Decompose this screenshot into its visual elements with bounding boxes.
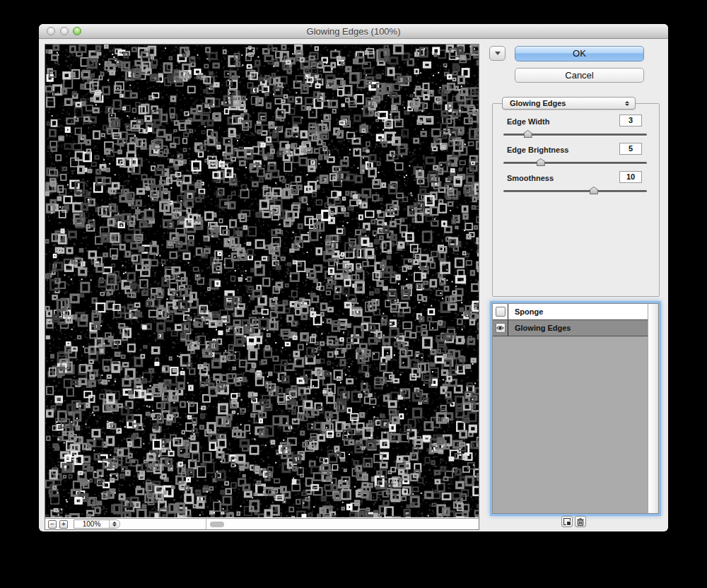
visibility-checkbox — [496, 323, 506, 333]
visibility-toggle[interactable] — [493, 320, 508, 336]
smoothness-label: Smoothness — [507, 174, 554, 182]
edge-width-label: Edge Width — [507, 117, 549, 126]
cancel-button[interactable]: Cancel — [515, 68, 644, 83]
layer-name: Sponge — [508, 304, 648, 319]
titlebar[interactable]: Glowing Edges (100%) — [39, 24, 668, 39]
edge-width-slider[interactable] — [503, 134, 647, 136]
stepper-down-icon — [625, 104, 629, 106]
chevron-down-icon — [495, 52, 501, 55]
stepper-down-icon — [112, 524, 117, 527]
filter-type-select[interactable]: Glowing Edges — [502, 97, 636, 110]
smoothness-slider-thumb[interactable] — [590, 187, 598, 194]
edge-brightness-slider-thumb[interactable] — [537, 158, 545, 166]
filter-gallery-dialog: Glowing Edges (100%) − + 100% OK Cancel … — [39, 24, 668, 531]
zoom-stepper-icon[interactable] — [109, 520, 119, 528]
filter-type-value: Glowing Edges — [503, 99, 622, 107]
smoothness-slider[interactable] — [503, 190, 647, 192]
zoom-in-button[interactable]: + — [59, 520, 68, 529]
vertical-scrollbar-track[interactable] — [648, 304, 658, 513]
smoothness-field[interactable]: 10 — [619, 171, 642, 183]
layer-name: Glowing Edges — [508, 320, 648, 336]
visibility-eye-icon — [496, 325, 504, 331]
edge-brightness-row: Edge Brightness 5 — [503, 143, 647, 170]
statusbar-divider — [206, 519, 206, 529]
stepper-up-icon — [625, 101, 629, 103]
zoom-level-select[interactable]: 100% — [74, 519, 120, 529]
smoothness-row: Smoothness 10 — [503, 171, 647, 198]
delete-effect-layer-button[interactable] — [575, 516, 586, 527]
filter-preview-image[interactable] — [45, 45, 479, 517]
zoom-level-value: 100% — [74, 520, 109, 528]
edge-width-row: Edge Width 3 — [503, 114, 647, 141]
preview-pane: − + 100% — [45, 44, 479, 530]
edge-width-slider-thumb[interactable] — [524, 130, 532, 138]
panel-disclosure-button[interactable] — [489, 46, 506, 61]
window-title: Glowing Edges (100%) — [39, 26, 668, 37]
visibility-checkbox — [496, 307, 506, 317]
edge-brightness-slider[interactable] — [503, 162, 647, 164]
horizontal-scrollbar-thumb[interactable] — [210, 522, 224, 527]
new-effect-layer-button[interactable] — [561, 516, 573, 527]
trash-icon — [577, 518, 584, 526]
edge-brightness-field[interactable]: 5 — [619, 143, 642, 155]
popup-stepper-icon — [622, 101, 635, 106]
edge-brightness-label: Edge Brightness — [507, 146, 568, 154]
preview-statusbar: − + 100% — [45, 518, 479, 529]
visibility-toggle[interactable] — [493, 304, 508, 319]
layer-row-glowing-edges[interactable]: Glowing Edges — [493, 320, 648, 336]
effect-layers-list: Sponge Glowing Edges — [492, 303, 659, 514]
ok-button[interactable]: OK — [515, 46, 644, 61]
new-layer-icon — [563, 518, 571, 526]
edge-width-field[interactable]: 3 — [619, 114, 642, 127]
zoom-out-button[interactable]: − — [48, 520, 57, 529]
stepper-up-icon — [112, 522, 117, 524]
layer-row-sponge[interactable]: Sponge — [493, 304, 648, 320]
